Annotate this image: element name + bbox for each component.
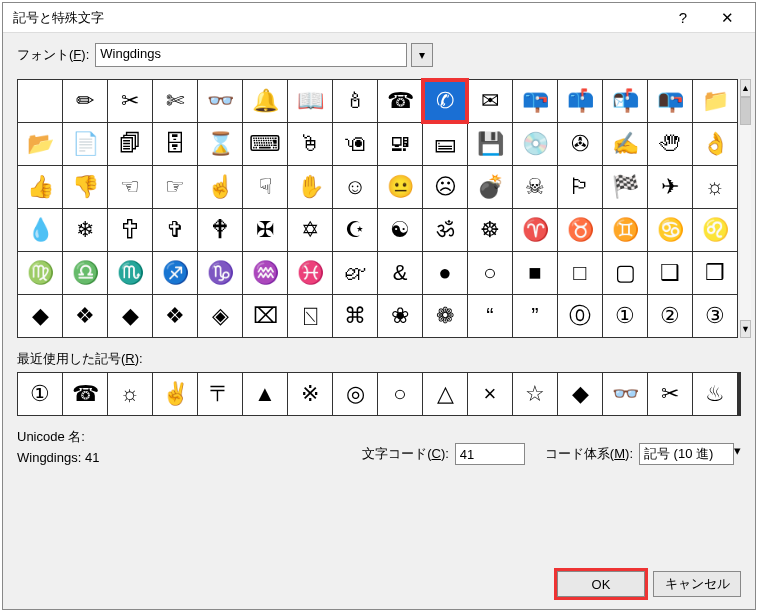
char-cell[interactable]: ✄	[153, 80, 197, 122]
char-cell[interactable]: ❖	[153, 295, 197, 337]
char-cell[interactable]: “	[468, 295, 512, 337]
char-cell[interactable]: ✂	[108, 80, 152, 122]
recent-cell[interactable]: ♨	[693, 373, 737, 415]
char-cell[interactable]: ☠	[513, 166, 557, 208]
char-cell[interactable]: ❒	[693, 252, 737, 294]
recent-cell[interactable]: △	[423, 373, 467, 415]
char-cell[interactable]: ✋	[288, 166, 332, 208]
char-cell[interactable]: ♊	[603, 209, 647, 251]
char-cell[interactable]: ✉	[468, 80, 512, 122]
char-cell[interactable]: 📁	[693, 80, 737, 122]
recent-cell[interactable]: 〒	[198, 373, 242, 415]
char-cell[interactable]: 👍	[18, 166, 62, 208]
char-cell[interactable]: ⌨	[243, 123, 287, 165]
char-cell[interactable]: ✏	[63, 80, 107, 122]
char-cell[interactable]: ☟	[243, 166, 287, 208]
char-cell[interactable]: 💣	[468, 166, 512, 208]
charcode-input[interactable]	[455, 443, 525, 465]
char-cell[interactable]: 🖴	[423, 123, 467, 165]
char-cell[interactable]: ✈	[648, 166, 692, 208]
char-cell[interactable]: ✠	[243, 209, 287, 251]
char-cell[interactable]: ❄	[63, 209, 107, 251]
char-cell[interactable]: ♌	[693, 209, 737, 251]
char-cell[interactable]: 👎	[63, 166, 107, 208]
recent-cell[interactable]: ○	[378, 373, 422, 415]
char-cell[interactable]: ♉	[558, 209, 602, 251]
char-cell[interactable]: 🏳	[558, 166, 602, 208]
char-cell[interactable]: ③	[693, 295, 737, 337]
char-cell[interactable]: ⍂	[288, 295, 332, 337]
char-cell[interactable]: ❀	[378, 295, 422, 337]
char-cell[interactable]: ◈	[198, 295, 242, 337]
char-cell[interactable]: ☸	[468, 209, 512, 251]
char-cell[interactable]: 👓	[198, 80, 242, 122]
recent-cell[interactable]: ×	[468, 373, 512, 415]
char-cell[interactable]: ♐	[153, 252, 197, 294]
char-cell[interactable]: ☯	[378, 209, 422, 251]
char-cell[interactable]: ●	[423, 252, 467, 294]
char-cell[interactable]: ♑	[198, 252, 242, 294]
char-cell[interactable]: ⌧	[243, 295, 287, 337]
char-cell[interactable]: 🕈	[198, 209, 242, 251]
char-cell[interactable]: 💿	[513, 123, 557, 165]
char-cell[interactable]: □	[558, 252, 602, 294]
char-cell[interactable]: ☜	[108, 166, 152, 208]
char-cell[interactable]: ◆	[108, 295, 152, 337]
char-cell[interactable]: ☝	[198, 166, 242, 208]
char-cell[interactable]: 🗐	[108, 123, 152, 165]
char-cell[interactable]: ♋	[648, 209, 692, 251]
recent-cell[interactable]: ✌	[153, 373, 197, 415]
char-cell[interactable]: 👌	[693, 123, 737, 165]
recent-cell[interactable]: ☼	[108, 373, 152, 415]
char-cell[interactable]: ☎	[378, 80, 422, 122]
char-cell[interactable]: ✇	[558, 123, 602, 165]
char-cell[interactable]: &	[378, 252, 422, 294]
char-cell[interactable]: ◆	[18, 295, 62, 337]
recent-cell[interactable]: ☆	[513, 373, 557, 415]
char-cell[interactable]: ⌛	[198, 123, 242, 165]
font-select-input[interactable]: Wingdings	[95, 43, 407, 67]
close-button[interactable]: ✕	[705, 9, 749, 27]
recent-cell[interactable]: ※	[288, 373, 332, 415]
grid-scrollbar[interactable]: ▲ ▼	[740, 79, 751, 338]
recent-cell[interactable]: ◎	[333, 373, 377, 415]
char-cell[interactable]: ❁	[423, 295, 467, 337]
scroll-down-button[interactable]: ▼	[740, 320, 751, 338]
char-cell[interactable]: ♒	[243, 252, 287, 294]
char-cell[interactable]: ❑	[648, 252, 692, 294]
char-cell[interactable]: ②	[648, 295, 692, 337]
recent-symbols-grid[interactable]: ①☎☼✌〒▲※◎○△×☆◆👓✂♨	[17, 372, 741, 416]
char-cell[interactable]: 📂	[18, 123, 62, 165]
char-cell[interactable]: ⌘	[333, 295, 377, 337]
char-cell[interactable]: 📖	[288, 80, 332, 122]
recent-cell[interactable]: ☎	[63, 373, 107, 415]
char-cell[interactable]: ॐ	[423, 209, 467, 251]
char-cell[interactable]: ▢	[603, 252, 647, 294]
recent-cell[interactable]: ①	[18, 373, 62, 415]
help-button[interactable]: ?	[661, 9, 705, 26]
recent-cell[interactable]: ▲	[243, 373, 287, 415]
char-cell[interactable]: ♓	[288, 252, 332, 294]
char-cell[interactable]: 🔔	[243, 80, 287, 122]
char-cell[interactable]: ♍	[18, 252, 62, 294]
char-cell[interactable]: 🕆	[108, 209, 152, 251]
recent-cell[interactable]: 👓	[603, 373, 647, 415]
char-cell[interactable]: ”	[513, 295, 557, 337]
char-cell[interactable]: 📫	[558, 80, 602, 122]
char-cell[interactable]: ⓪	[558, 295, 602, 337]
char-cell[interactable]: ✞	[153, 209, 197, 251]
codesys-dropdown-button[interactable]: ▾	[734, 443, 741, 465]
recent-cell[interactable]: ✂	[648, 373, 692, 415]
char-cell[interactable]: ☼	[693, 166, 737, 208]
char-cell[interactable]: 🏁	[603, 166, 647, 208]
codesys-select[interactable]	[639, 443, 734, 465]
char-cell[interactable]: 🖳	[378, 123, 422, 165]
char-cell[interactable]: ①	[603, 295, 647, 337]
char-cell[interactable]: 📭	[648, 80, 692, 122]
char-cell[interactable]: 🙰	[333, 252, 377, 294]
scroll-up-button[interactable]: ▲	[740, 79, 751, 97]
char-cell[interactable]: ■	[513, 252, 557, 294]
char-cell[interactable]: ♏	[108, 252, 152, 294]
char-cell[interactable]: ☪	[333, 209, 377, 251]
cancel-button[interactable]: キャンセル	[653, 571, 741, 597]
